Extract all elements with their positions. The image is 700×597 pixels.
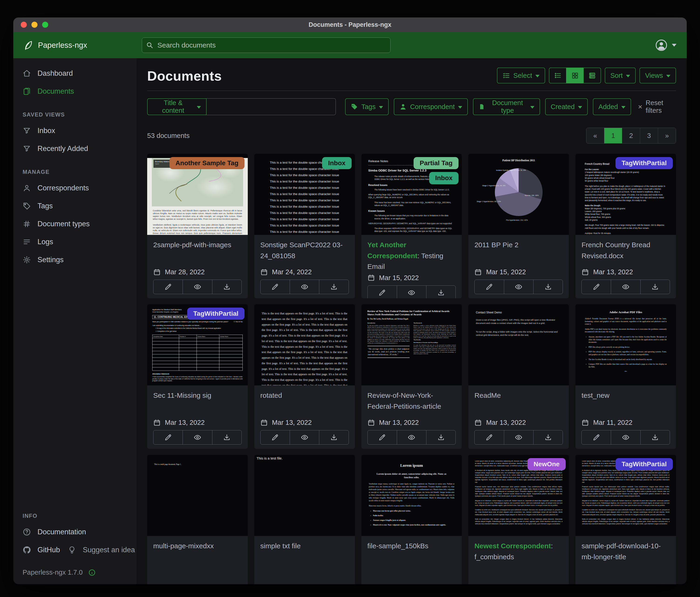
brand-link[interactable]: Paperless-ngx	[23, 40, 142, 51]
select-button[interactable]: Select	[497, 68, 545, 83]
edit-button[interactable]	[260, 430, 290, 445]
edit-button[interactable]	[474, 280, 504, 294]
view-button[interactable]	[290, 280, 319, 294]
document-card[interactable]: TagWithPartial Lorem ipsum dolor sit ame…	[575, 455, 676, 584]
tags-filter-button[interactable]: Tags	[345, 98, 389, 115]
download-button[interactable]	[533, 280, 563, 294]
document-title[interactable]: Yet Another Correspondent: Testing Email	[368, 240, 456, 272]
view-button[interactable]	[611, 430, 641, 445]
sidebar-item-document-types[interactable]: Document types	[13, 215, 136, 233]
sidebar-item-dashboard[interactable]: Dashboard	[13, 64, 136, 82]
search-input[interactable]	[157, 41, 386, 49]
tag-badge[interactable]: Partial Tag	[414, 157, 458, 169]
correspondent-filter-button[interactable]: Correspondent	[394, 98, 468, 115]
document-card[interactable]: TagWithPartial Application for Medical S…	[147, 304, 248, 449]
document-title[interactable]: rotated	[260, 390, 349, 417]
document-title[interactable]: French Country Bread Revised.docx	[581, 240, 670, 266]
download-button[interactable]	[533, 430, 563, 445]
document-title[interactable]: Newest Correspondent: f_combineds	[474, 541, 563, 584]
download-button[interactable]	[641, 280, 670, 294]
document-title[interactable]: simple txt file	[260, 541, 349, 584]
filter-text-input[interactable]	[206, 98, 335, 115]
pagination-page-1[interactable]: 1	[604, 128, 622, 143]
document-card[interactable]: Lorem ipsumLorem ipsum dolor sit amet, c…	[361, 455, 462, 584]
download-button[interactable]	[641, 430, 670, 445]
view-button[interactable]	[397, 285, 426, 298]
document-card[interactable]: This is a test file. simple txt file	[254, 455, 355, 584]
document-type-filter-button[interactable]: Document type	[473, 98, 540, 115]
document-card[interactable]: Adobe Acrobat PDF FilesAdobe® Portable D…	[575, 304, 676, 449]
user-menu[interactable]	[655, 39, 676, 51]
tag-badge[interactable]: Inbox	[429, 172, 459, 184]
info-icon[interactable]	[88, 569, 96, 576]
list-view-button[interactable]	[549, 68, 567, 83]
document-card[interactable]: TagWithPartial French Country BreadFor t…	[575, 154, 676, 298]
document-title[interactable]: sample-pdf-download-10-mb-longer-title	[581, 541, 670, 584]
edit-button[interactable]	[474, 430, 504, 445]
sidebar-item-correspondents[interactable]: Correspondents	[13, 179, 136, 197]
reset-filters-button[interactable]: × Reset filters	[638, 99, 676, 114]
document-title[interactable]: 2sample-pdf-with-images	[153, 240, 242, 266]
sidebar-item-github[interactable]: GitHub	[13, 541, 60, 559]
document-title[interactable]: test_new	[581, 390, 670, 417]
download-button[interactable]	[212, 280, 242, 294]
detail-view-button[interactable]	[583, 68, 601, 83]
download-button[interactable]	[426, 430, 456, 445]
views-button[interactable]: Views	[640, 68, 676, 83]
sidebar-item-tags[interactable]: Tags	[13, 197, 136, 215]
view-button[interactable]	[397, 430, 426, 445]
document-card[interactable]: Inbox This is a test for the double spac…	[254, 154, 355, 298]
sidebar-item-suggest-idea[interactable]: Suggest an idea	[60, 541, 135, 559]
document-card[interactable]: NewOne Lorem ipsum dolor sit amet, conse…	[468, 455, 569, 584]
download-button[interactable]	[212, 430, 242, 445]
sidebar-item-recently-added[interactable]: Recently Added	[13, 140, 136, 158]
sort-button[interactable]: Sort	[605, 68, 636, 83]
edit-button[interactable]	[368, 430, 397, 445]
pagination-next-button[interactable]: »	[658, 128, 676, 143]
sidebar-item-documents[interactable]: Documents	[13, 82, 136, 100]
created-filter-button[interactable]: Created	[545, 98, 588, 115]
document-title[interactable]: Sec 11-Missing sig	[153, 390, 242, 417]
document-title[interactable]: 2011 BP Pie 2	[474, 240, 563, 266]
edit-button[interactable]	[368, 285, 397, 298]
pagination-prev-button[interactable]: «	[586, 128, 604, 143]
tag-badge[interactable]: TagWithPartial	[616, 157, 673, 169]
document-title[interactable]: Sonstige ScanPC2022 03-24_081058	[260, 240, 349, 266]
document-title[interactable]: multi-page-mixedxx	[153, 541, 242, 584]
view-button[interactable]	[504, 430, 533, 445]
added-filter-button[interactable]: Added	[593, 98, 631, 115]
document-title[interactable]: Review-of-New-York-Federal-Petitions-art…	[368, 390, 456, 417]
tag-badge[interactable]: NewOne	[527, 458, 566, 470]
grid-view-button[interactable]	[566, 68, 584, 83]
view-button[interactable]	[182, 430, 212, 445]
search-box[interactable]	[142, 38, 391, 53]
document-correspondent[interactable]: Yet Another Correspondent	[368, 241, 418, 260]
document-card[interactable]: Another Sample Tag Boundary Waters TripL…	[147, 154, 248, 298]
view-button[interactable]	[290, 430, 319, 445]
sidebar-item-documentation[interactable]: Documentation	[13, 523, 136, 541]
view-button[interactable]	[182, 280, 212, 294]
document-card[interactable]: Partial TagInbox Release NotesSimba ODBC…	[361, 154, 462, 298]
view-button[interactable]	[504, 280, 533, 294]
tag-badge[interactable]: Inbox	[322, 157, 352, 169]
title-content-dropdown[interactable]: Title & content	[147, 98, 206, 115]
window-zoom-button[interactable]	[42, 22, 48, 28]
pagination-page-3[interactable]: 3	[640, 128, 658, 143]
view-button[interactable]	[611, 280, 641, 294]
tag-badge[interactable]: TagWithPartial	[187, 308, 245, 320]
tag-badge[interactable]: Another Sample Tag	[170, 157, 245, 169]
sidebar-item-inbox[interactable]: Inbox	[13, 122, 136, 140]
document-card[interactable]: Patient BP Distribution 2011Normal, 150,…	[468, 154, 569, 298]
edit-button[interactable]	[260, 280, 290, 294]
document-title[interactable]: ReadMe	[474, 390, 563, 417]
document-card[interactable]: This is the text that appears on the fir…	[254, 304, 355, 449]
tag-badge[interactable]: TagWithPartial	[616, 458, 673, 470]
sidebar-item-settings[interactable]: Settings	[13, 251, 136, 269]
document-title[interactable]: file-sample_150kBs	[368, 541, 456, 584]
download-button[interactable]	[319, 280, 349, 294]
document-correspondent[interactable]: Newest Correspondent	[474, 542, 551, 550]
document-card[interactable]: This is a multi page document. Page 1. m…	[147, 455, 248, 584]
sidebar-item-logs[interactable]: Logs	[13, 233, 136, 251]
pagination-page-2[interactable]: 2	[622, 128, 640, 143]
window-minimize-button[interactable]	[31, 22, 38, 28]
